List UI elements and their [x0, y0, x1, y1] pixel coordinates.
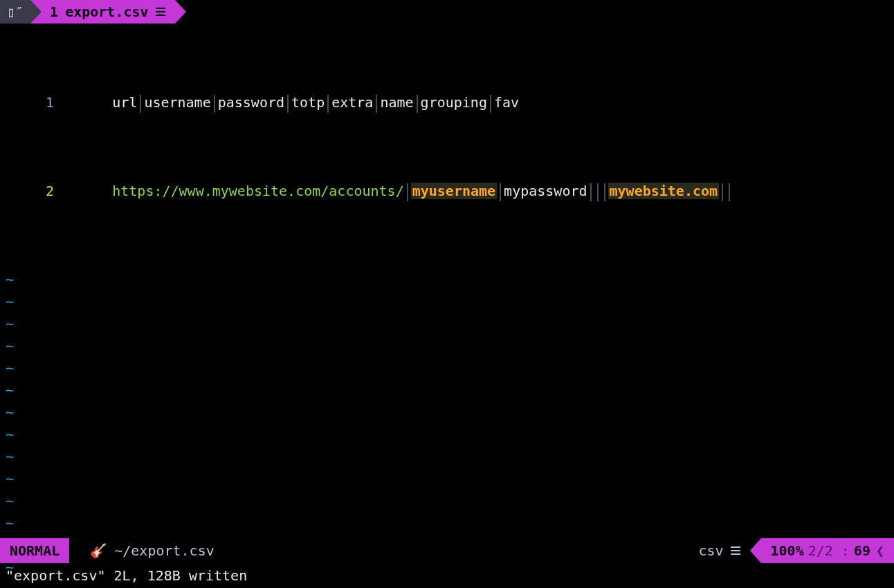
csv-field: name	[380, 94, 413, 111]
file-path: ~/export.csv	[114, 540, 215, 562]
branch-segment: 🎸 ~/export.csv	[69, 538, 224, 563]
tablist-icon: ▯″	[0, 0, 30, 24]
line-number: 2	[0, 180, 62, 202]
editor-area[interactable]: 1 urlusernamepasswordtotpextranamegroupi…	[0, 25, 894, 538]
empty-line-marker: ~	[0, 335, 894, 357]
empty-line-marker: ~	[0, 401, 894, 423]
empty-line-marker: ~	[0, 423, 894, 445]
csv-field: mypassword	[504, 183, 587, 199]
empty-line-marker: ~	[0, 268, 894, 291]
filetype-label: csv	[698, 540, 723, 562]
message-text: "export.csv" 2L, 128B written	[6, 564, 247, 587]
csv-field: url	[112, 94, 137, 111]
csv-field: mywebsite.com	[608, 183, 720, 199]
empty-line-marker: ~	[0, 379, 894, 401]
csv-field: username	[144, 94, 210, 111]
empty-line-marker: ~	[0, 512, 894, 534]
column-number: 69	[854, 540, 870, 562]
status-right: csv 100% 2/2:69 ❮	[688, 538, 894, 563]
editor-line: 2 https://www.mywebsite.com/accounts/myu…	[0, 180, 894, 202]
csv-field: password	[218, 94, 284, 111]
csv-separator	[214, 95, 215, 113]
csv-separator	[722, 183, 723, 201]
hamburger-icon	[156, 8, 165, 16]
empty-line-marker: ~	[0, 445, 894, 468]
hamburger-icon	[731, 546, 740, 555]
line-content: urlusernamepasswordtotpextranamegrouping…	[62, 69, 894, 136]
chevron-left-icon: ❮	[876, 540, 884, 562]
csv-separator	[597, 183, 599, 201]
csv-field: extra	[331, 94, 373, 111]
tab-filename: export.csv	[65, 1, 148, 23]
mode-indicator: NORMAL	[0, 538, 69, 563]
csv-field: myusername	[411, 183, 497, 199]
csv-field-url: https://www.mywebsite.com/accounts/	[112, 183, 403, 199]
line-number: 1	[0, 91, 62, 113]
empty-line-marker: ~	[0, 468, 894, 490]
csv-field: fav	[494, 94, 519, 111]
empty-line-marker: ~	[0, 313, 894, 335]
csv-separator	[417, 95, 418, 113]
empty-line-marker: ~	[0, 490, 894, 512]
command-line[interactable]: "export.csv" 2L, 128B written	[0, 563, 894, 588]
csv-separator	[327, 95, 329, 113]
csv-separator	[490, 95, 491, 113]
status-line: NORMAL 🎸 ~/export.csv csv 100% 2/2:69 ❮	[0, 538, 894, 563]
csv-separator	[604, 183, 605, 201]
editor-line: 1 urlusernamepasswordtotpextranamegroupi…	[0, 91, 894, 113]
line-content: https://www.mywebsite.com/accounts/myuse…	[62, 158, 894, 224]
empty-line-marker: ~	[0, 291, 894, 313]
csv-separator	[407, 183, 408, 201]
csv-separator	[590, 183, 592, 201]
tab-index: 1	[50, 1, 58, 23]
csv-field: grouping	[421, 94, 487, 111]
tab-bar: ▯″ 1 export.csv	[0, 0, 894, 24]
tab-active[interactable]: 1 export.csv	[30, 0, 174, 24]
csv-separator	[500, 183, 501, 201]
empty-line-marker: ~	[0, 357, 894, 379]
line-count: 2/2	[808, 540, 833, 562]
csv-separator	[729, 183, 730, 201]
status-mid	[224, 538, 689, 563]
csv-field: totp	[291, 94, 325, 111]
csv-separator	[140, 95, 141, 113]
rect-icon: ▯″	[7, 1, 24, 23]
position-segment: 100% 2/2:69 ❮	[761, 538, 894, 563]
csv-separator	[287, 95, 289, 113]
percent-through-file: 100%	[771, 540, 804, 562]
csv-separator	[376, 95, 377, 113]
guitar-icon: 🎸	[90, 540, 107, 562]
